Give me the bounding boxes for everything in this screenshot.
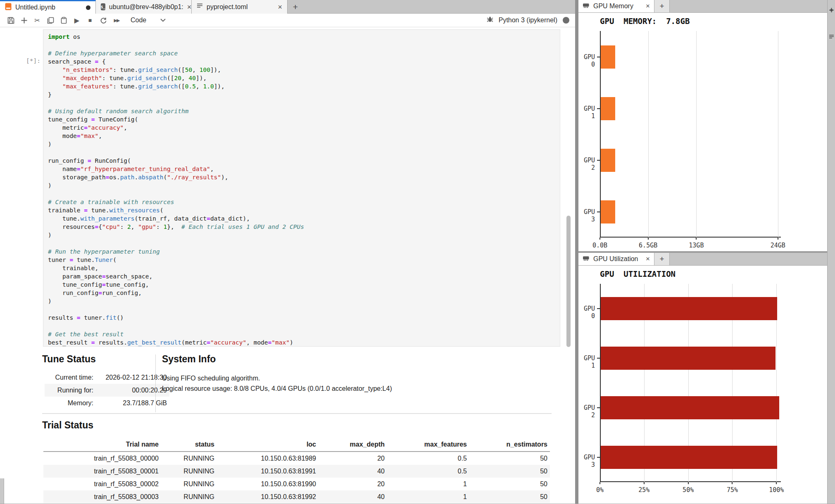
trial-status-cell: 10.150.0.63:81991 [217, 465, 319, 478]
panel-split-handle[interactable] [575, 0, 578, 504]
code-token: run_config, [102, 290, 142, 296]
y-axis-tick [597, 457, 600, 458]
code-line: # Run the hyperparameter tuning [48, 248, 560, 257]
code-token: , [131, 223, 138, 230]
debugger-sidebar-icon[interactable] [829, 33, 834, 38]
code-line: storage_path=os.path.abspath("./ray_resu… [48, 174, 560, 182]
close-icon[interactable]: × [646, 255, 650, 263]
tab-pyproject-toml[interactable]: pyproject.toml × [192, 0, 288, 14]
close-icon[interactable]: × [278, 3, 282, 11]
code-token: = [268, 339, 272, 346]
code-token: ]), [196, 75, 207, 81]
code-token: , [98, 133, 102, 139]
close-icon[interactable]: × [646, 2, 650, 10]
cell-type-dropdown[interactable]: Code [131, 17, 166, 24]
code-line: } [48, 91, 560, 100]
trial-status-cell: RUNNING [161, 465, 217, 478]
code-token: tune_config, [106, 281, 149, 288]
tab-untitled-ipynb[interactable]: Untitled.ipynb [0, 0, 96, 14]
code-token: 1 [163, 223, 167, 230]
interrupt-kernel-button[interactable]: ■ [83, 15, 97, 26]
code-token: storage_path [48, 174, 106, 181]
code-token: "accuracy" [88, 124, 124, 131]
code-token: = [88, 157, 91, 164]
x-axis-tick [599, 238, 600, 240]
cell-execution-prompt: [*]: [20, 57, 40, 64]
code-token: = [95, 58, 99, 65]
y-axis-tick [597, 160, 600, 161]
paste-cells-button[interactable] [57, 15, 70, 26]
text-file-icon [197, 3, 203, 11]
run-cell-button[interactable]: ▶ [70, 15, 83, 26]
copy-cells-button[interactable] [44, 15, 57, 26]
code-line: tune_config=tune_config, [48, 281, 560, 290]
x-axis-tick [599, 482, 600, 484]
code-line: ) [48, 141, 560, 149]
code-token: abspath [138, 174, 163, 181]
scrollbar-corner [0, 478, 4, 504]
kernel-selector[interactable]: Python 3 (ipykernel) [499, 17, 557, 24]
new-view-button[interactable]: + [654, 0, 670, 12]
bar [601, 347, 776, 370]
code-token: param_space [48, 273, 102, 280]
chart-title: GPU UTILIZATION [600, 269, 676, 278]
trial-status-cell: train_rf_55083_00000 [43, 452, 161, 465]
code-token: fit [106, 314, 117, 321]
code-token: ( [163, 174, 167, 181]
restart-kernel-button[interactable] [97, 15, 110, 26]
cut-cells-button[interactable]: ✂ [31, 15, 44, 26]
code-token: : tune. [102, 75, 127, 81]
tab-gpu-utilization[interactable]: GPU Utilization × [578, 253, 654, 265]
y-axis-category-label: GPU 0 [578, 305, 595, 320]
close-icon[interactable]: × [187, 3, 192, 11]
tab-gpu-memory[interactable]: GPU Memory × [578, 0, 654, 12]
code-token: resources [48, 223, 95, 230]
tab-terminal[interactable]: $_ ubuntu@brev-488yib0p1: × [96, 0, 192, 14]
run-all-cells-button[interactable]: ▶▶ [110, 15, 123, 26]
property-inspector-icon[interactable] [829, 7, 834, 11]
chart-gridline [778, 31, 778, 238]
tab-label: Untitled.ipynb [15, 4, 55, 11]
code-line: "n_estimators": tune.grid_search([50, 10… [48, 67, 560, 75]
code-line: import os [48, 33, 560, 42]
code-token: 2 [127, 223, 131, 230]
tune-status-cell: 2026-02-12 21:18:30 [99, 371, 169, 384]
debugger-bug-icon[interactable] [487, 16, 493, 24]
main-tab-bar: Untitled.ipynb $_ ubuntu@brev-488yib0p1:… [0, 0, 575, 14]
code-token: }, [167, 223, 181, 230]
y-axis-category-label: GPU 3 [578, 454, 595, 468]
code-token: grid_search [138, 83, 178, 90]
code-token: ), [221, 174, 228, 181]
code-line: "max_features": tune.grid_search([0.5, 1… [48, 83, 560, 91]
jupyterlab-window: Untitled.ipynb $_ ubuntu@brev-488yib0p1:… [0, 0, 835, 504]
bar [601, 45, 615, 69]
trial-status-cell: RUNNING [161, 478, 217, 490]
code-line: results = tuner.fit() [48, 314, 560, 323]
trial-status-header: loc [217, 438, 319, 452]
code-cell-editor[interactable]: import os # Define hyperparameter search… [43, 29, 560, 347]
new-launcher-button[interactable]: + [288, 0, 303, 14]
code-token: (train_rf, data_dict [135, 215, 207, 222]
code-token: best_result [48, 339, 91, 346]
y-axis-tick [597, 212, 600, 212]
unsaved-changes-dot-icon [86, 5, 90, 10]
bar [601, 297, 777, 320]
code-token: { [98, 58, 105, 65]
new-view-button[interactable]: + [654, 253, 670, 265]
code-token: , [192, 67, 199, 73]
code-line: tune_config = TuneConfig( [48, 116, 560, 124]
trial-status-cell: 0.5 [387, 465, 469, 478]
code-token: . [135, 174, 138, 181]
code-token: results [48, 314, 77, 321]
notebook-scrollbar-thumb[interactable] [566, 216, 571, 347]
y-axis-tick [597, 308, 600, 309]
code-token: # Define hyperparameter search space [48, 50, 178, 57]
insert-cell-button[interactable] [17, 15, 31, 26]
x-axis-tick [778, 238, 778, 240]
code-token: : tune. [113, 83, 138, 90]
save-button[interactable] [4, 15, 17, 26]
code-token: ([ [178, 83, 185, 90]
code-token: run_config [48, 290, 98, 296]
code-line: # Using default random search algorithm [48, 108, 560, 116]
notebook-scroll-area: [*]: import os # Define hyperparameter s… [0, 27, 575, 504]
